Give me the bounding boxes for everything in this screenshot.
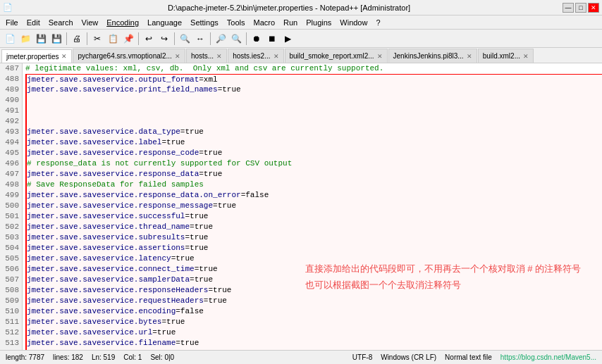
tab-close-3[interactable]: ✕ [274,53,279,60]
code-line-496: # response_data is not currently support… [25,158,602,169]
line-num-505: 505 [3,253,19,264]
code-area[interactable]: # legitimate values: xml, csv, db. Only … [23,63,602,350]
window-controls: — □ ✕ [563,3,599,13]
code-line-504: jmeter.save.saveservice.assertions=true [25,243,602,253]
line-num-487: 487 [3,63,19,74]
save-button[interactable]: 💾 [34,32,48,46]
code-line-500: jmeter.save.saveservice.response_message… [25,201,602,211]
status-eol: Windows (CR LF) [381,353,436,361]
code-line-503: jmeter.save.saveservice.subresults=true [25,232,602,243]
zoom-in-button[interactable]: 🔎 [214,32,228,46]
line-num-509: 509 [3,296,19,306]
code-line-505: jmeter.save.saveservice.latency=true [25,253,602,264]
editor-container: 4874884894904914924934944954964974984995… [0,63,602,350]
menu-item-edit[interactable]: Edit [23,17,44,28]
cut-button[interactable]: ✂ [90,32,104,46]
line-num-495: 495 [3,148,19,158]
separator-3 [138,32,139,45]
title-bar: 📄 D:\apache-jmeter-5.2\bin\jmeter.proper… [0,0,602,15]
code-line-492 [25,116,602,127]
line-num-494: 494 [3,137,19,148]
zoom-out-button[interactable]: 🔍 [229,32,243,46]
open-button[interactable]: 📁 [18,32,32,46]
code-text-496: # response_data is not currently support… [27,158,292,169]
status-bar: length: 7787 lines: 182 Ln: 519 Col: 1 S… [0,350,602,364]
tab-close-6[interactable]: ✕ [523,53,529,60]
line-num-504: 504 [3,243,19,253]
menu-item-tools[interactable]: Tools [223,17,250,28]
menu-item-view[interactable]: View [78,17,103,28]
code-line-514: jmeter.save.saveservice.hostname=true [25,349,602,350]
menu-item-window[interactable]: Window [336,17,371,28]
code-line-510: jmeter.save.saveservice.encoding=false [25,306,602,317]
menu-item-encoding[interactable]: Encoding [102,17,143,28]
menu-item-language[interactable]: Language [143,17,186,28]
undo-button[interactable]: ↩ [142,32,156,46]
code-line-491 [25,106,602,116]
minimize-button[interactable]: — [563,3,574,13]
line-num-508: 508 [3,285,19,296]
tab-5[interactable]: JenkinsJenkins.pi8l3...✕ [388,49,477,63]
tab-close-5[interactable]: ✕ [467,53,472,60]
code-line-495: jmeter.save.saveservice.response_code=tr… [25,148,602,158]
tab-0[interactable]: jmeter.properties✕ [1,49,72,63]
code-line-509: jmeter.save.saveservice.requestHeaders=t… [25,296,602,306]
menu-item-search[interactable]: Search [44,17,78,28]
maximize-button[interactable]: □ [575,3,586,13]
toolbar: 📄 📁 💾 💾 🖨 ✂ 📋 📌 ↩ ↪ 🔍 ↔ 🔎 🔍 ⏺ ⏹ ▶ [0,30,602,48]
code-line-494: jmeter.save.saveservice.label=true [25,137,602,148]
code-line-489: jmeter.save.saveservice.print_field_name… [25,84,602,95]
tab-3[interactable]: hosts.ies2...✕ [228,49,283,63]
close-button[interactable]: ✕ [588,3,599,13]
menu-item-?[interactable]: ? [371,17,384,28]
code-line-513: jmeter.save.saveservice.filename=true [25,338,602,349]
tab-close-0[interactable]: ✕ [61,53,67,60]
separator-1 [66,32,67,45]
save-all-button[interactable]: 💾 [49,32,63,46]
tab-1[interactable]: pycharge64.srs.vmoptional2...✕ [73,49,185,63]
tab-close-2[interactable]: ✕ [216,53,222,60]
redo-button[interactable]: ↪ [157,32,171,46]
paste-button[interactable]: 📌 [121,32,135,46]
code-line-511: jmeter.save.saveservice.bytes=true [25,317,602,327]
line-num-490: 490 [3,95,19,106]
window-title: D:\apache-jmeter-5.2\bin\jmeter.properti… [16,4,563,12]
line-num-502: 502 [3,222,19,232]
replace-button[interactable]: ↔ [193,32,207,46]
status-sel: Sel: 0|0 [150,353,174,361]
macro-play[interactable]: ▶ [281,32,295,46]
code-line-498: # Save ResponseData for failed samples [25,180,602,190]
menu-bar: FileEditSearchViewEncodingLanguageSettin… [0,15,602,30]
status-ln: Ln: 519 [92,353,115,361]
separator-4 [174,32,175,45]
menu-item-plugins[interactable]: Plugins [302,17,336,28]
tab-6[interactable]: build.xml2...✕ [478,49,534,63]
code-content: # legitimate values: xml, csv, db. Only … [25,63,602,350]
line-num-510: 510 [3,306,19,317]
new-button[interactable]: 📄 [3,32,17,46]
line-num-514: 514 [3,349,19,350]
print-button[interactable]: 🖨 [70,32,84,46]
menu-item-settings[interactable]: Settings [186,17,223,28]
line-num-506: 506 [3,264,19,275]
tab-4[interactable]: build_smoke_report.xml2...✕ [285,49,388,63]
menu-item-run[interactable]: Run [279,17,302,28]
macro-record[interactable]: ⏺ [250,32,264,46]
menu-item-file[interactable]: File [1,17,23,28]
code-line-502: jmeter.save.saveservice.thread_name=true [25,222,602,232]
line-num-491: 491 [3,106,19,116]
copy-button[interactable]: 📋 [106,32,120,46]
find-button[interactable]: 🔍 [178,32,192,46]
tab-2[interactable]: hosts...✕ [186,49,227,63]
code-text-487: # legitimate values: xml, csv, db. Only … [25,63,383,74]
line-num-499: 499 [3,190,19,201]
line-num-503: 503 [3,232,19,243]
code-line-490 [25,95,602,106]
line-numbers: 4874884894904914924934944954964974984995… [0,63,23,350]
macro-stop[interactable]: ⏹ [265,32,279,46]
tab-close-4[interactable]: ✕ [377,53,383,60]
menu-item-macro[interactable]: Macro [249,17,279,28]
separator-5 [210,32,211,45]
tab-close-1[interactable]: ✕ [175,53,180,60]
line-num-488: 488 [3,74,19,84]
